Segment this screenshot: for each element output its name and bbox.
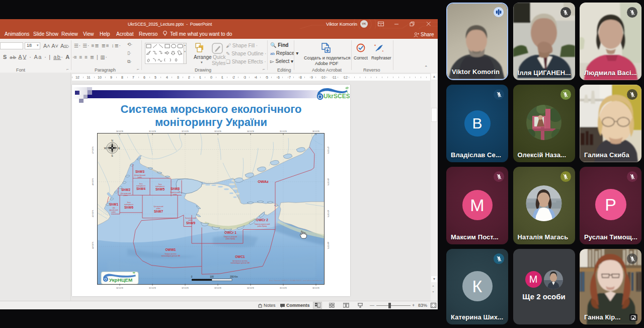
svg-text:32°0'0"E: 32°0'0"E [182, 130, 189, 133]
svg-text:46°0'0"N: 46°0'0"N [92, 178, 94, 185]
svg-text:44°0'0"N: 44°0'0"N [92, 242, 94, 249]
svg-text:✦: ✦ [374, 44, 376, 47]
svg-text:UkrSCES: UkrSCES [324, 93, 350, 100]
svg-text:47°0'0"N: 47°0'0"N [327, 147, 329, 154]
svg-text:33°0'0"E: 33°0'0"E [214, 287, 221, 289]
svg-text:45°0'0"N: 45°0'0"N [92, 210, 94, 217]
svg-text:44°0'0"N: 44°0'0"N [327, 242, 329, 249]
svg-text:31°0'0"E: 31°0'0"E [149, 287, 156, 289]
svg-text:33°0'0"E: 33°0'0"E [214, 130, 221, 133]
svg-text:✦: ✦ [382, 50, 384, 52]
svg-text:30°0'0"E: 30°0'0"E [116, 130, 123, 133]
svg-text:45°0'0"N: 45°0'0"N [327, 210, 329, 217]
svg-text:32°0'0"E: 32°0'0"E [182, 287, 189, 289]
svg-text:46°0'0"N: 46°0'0"N [327, 178, 329, 185]
svg-text:35°0'0"E: 35°0'0"E [280, 130, 287, 133]
svg-text:34°0'0"E: 34°0'0"E [247, 287, 254, 289]
svg-text:36°0'0"E: 36°0'0"E [312, 287, 319, 289]
svg-text:47°0'0"N: 47°0'0"N [92, 147, 94, 154]
svg-text:30°0'0"E: 30°0'0"E [116, 287, 123, 289]
svg-text:36°0'0"E: 36°0'0"E [312, 130, 319, 133]
svg-text:34°0'0"E: 34°0'0"E [247, 130, 254, 133]
svg-text:31°0'0"E: 31°0'0"E [149, 130, 156, 133]
svg-text:35°0'0"E: 35°0'0"E [280, 287, 287, 289]
